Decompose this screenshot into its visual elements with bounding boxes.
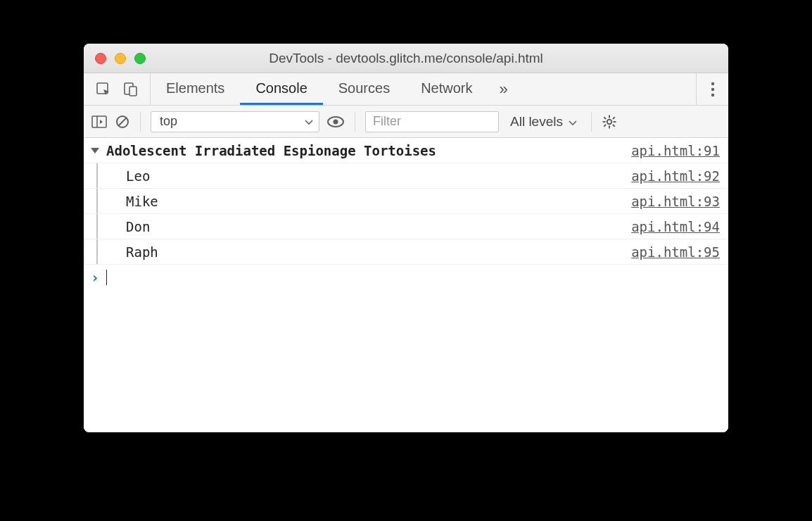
panel-tabs: Elements Console Sources Network (151, 73, 488, 105)
svg-point-3 (711, 82, 713, 84)
svg-rect-6 (92, 116, 106, 127)
panel-tabs-bar: Elements Console Sources Network » (84, 73, 728, 106)
console-log-entry: Don api.html:94 (84, 214, 728, 239)
console-message: Raph (108, 244, 631, 260)
svg-rect-15 (602, 121, 605, 123)
inspect-tools-group (84, 73, 151, 105)
device-toolbar-icon[interactable] (122, 81, 139, 98)
source-link[interactable]: api.html:92 (631, 168, 720, 184)
svg-point-12 (607, 119, 611, 123)
console-output: Adolescent Irradiated Espionage Tortoise… (84, 138, 728, 432)
toggle-drawer-icon[interactable] (91, 114, 108, 130)
more-tabs-glyph: » (500, 80, 508, 99)
chevron-down-icon (305, 114, 313, 129)
filter-input[interactable] (365, 111, 499, 132)
tab-network[interactable]: Network (405, 73, 488, 105)
log-levels-select[interactable]: All levels (506, 114, 581, 130)
svg-line-9 (119, 118, 127, 125)
console-message: Leo (108, 168, 631, 184)
console-message: Mike (108, 194, 631, 209)
execution-context-value: top (160, 114, 177, 129)
inspect-element-icon[interactable] (95, 81, 112, 98)
svg-rect-2 (129, 87, 137, 96)
svg-rect-13 (609, 115, 610, 118)
text-caret (106, 270, 107, 285)
tab-sources[interactable]: Sources (323, 73, 405, 105)
console-toolbar: top All levels (84, 106, 728, 138)
disclosure-triangle-icon[interactable] (91, 148, 99, 153)
window-close-button[interactable] (95, 53, 106, 64)
svg-rect-19 (612, 116, 615, 119)
prompt-chevron-icon: › (91, 269, 99, 286)
source-link[interactable]: api.html:93 (631, 194, 720, 209)
source-link[interactable]: api.html:94 (631, 219, 720, 234)
window-title: DevTools - devtools.glitch.me/console/ap… (84, 51, 728, 66)
svg-point-11 (334, 119, 338, 124)
kebab-menu-button[interactable] (696, 73, 728, 105)
console-message: Don (108, 219, 631, 234)
svg-rect-16 (613, 121, 616, 123)
console-log-entry: Leo api.html:92 (84, 163, 728, 189)
console-log-entry: Mike api.html:93 (84, 189, 728, 214)
console-prompt[interactable]: › (84, 265, 728, 290)
window-maximize-button[interactable] (134, 53, 146, 64)
log-levels-label: All levels (510, 114, 563, 130)
svg-point-4 (711, 87, 713, 90)
svg-rect-17 (604, 116, 607, 119)
tab-console[interactable]: Console (240, 73, 322, 105)
source-link[interactable]: api.html:91 (631, 143, 720, 158)
source-link[interactable]: api.html:95 (631, 244, 720, 260)
console-group-title: Adolescent Irradiated Espionage Tortoise… (106, 143, 631, 158)
console-log-entry: Raph api.html:95 (84, 239, 728, 265)
svg-rect-20 (604, 124, 607, 127)
window-minimize-button[interactable] (115, 53, 126, 64)
more-tabs-button[interactable]: » (488, 73, 519, 105)
devtools-window: DevTools - devtools.glitch.me/console/ap… (84, 44, 728, 432)
clear-console-icon[interactable] (115, 114, 130, 130)
traffic-lights (84, 53, 146, 64)
live-expression-icon[interactable] (326, 115, 345, 128)
console-group-header[interactable]: Adolescent Irradiated Espionage Tortoise… (84, 138, 728, 163)
svg-rect-14 (609, 125, 610, 128)
execution-context-select[interactable]: top (151, 111, 319, 132)
chevron-down-icon (569, 114, 577, 130)
console-settings-icon[interactable] (602, 114, 617, 130)
tab-elements[interactable]: Elements (151, 73, 240, 105)
svg-point-5 (711, 93, 713, 96)
titlebar: DevTools - devtools.glitch.me/console/ap… (84, 44, 728, 73)
svg-rect-18 (612, 124, 615, 127)
kebab-icon (711, 82, 715, 97)
